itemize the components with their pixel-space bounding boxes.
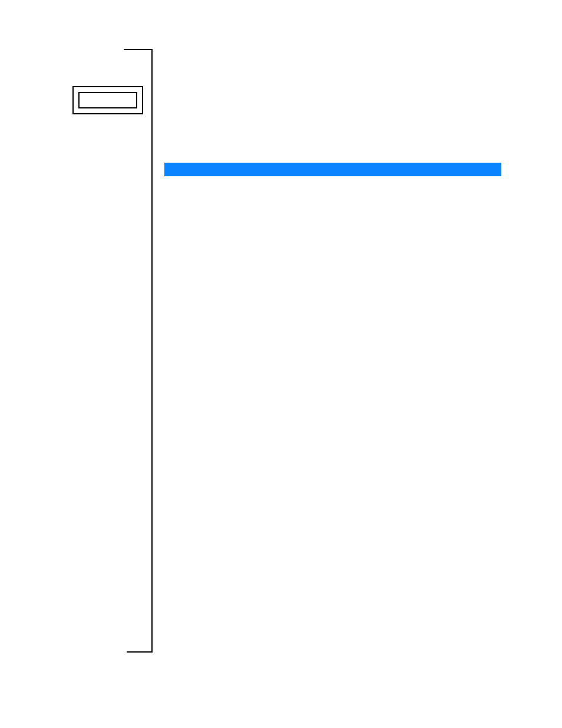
section-header-bar (164, 163, 501, 176)
vertical-divider (151, 49, 153, 653)
top-bracket-line (124, 49, 153, 50)
bottom-bracket-line (127, 651, 153, 653)
badge-frame-inner (78, 92, 137, 108)
badge-frame-outer (72, 86, 143, 114)
